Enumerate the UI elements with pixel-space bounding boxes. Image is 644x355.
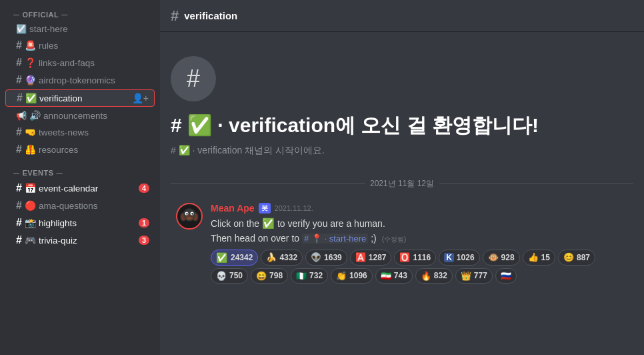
channel-header: # verification: [160, 0, 644, 32]
sidebar-item-rules[interactable]: # 🚨 rules: [5, 37, 155, 53]
reaction-thumbsup[interactable]: 👍 15: [523, 250, 555, 266]
channel-intro-title: # ✅ · verification에 오신 걸 환영합니다!: [171, 112, 633, 139]
svg-point-12: [187, 217, 192, 220]
sidebar-item-announcements[interactable]: 📢 🔊 announcements: [5, 108, 155, 123]
reaction-clap[interactable]: 👏 1096: [331, 268, 373, 284]
channel-intro-icon: #: [171, 56, 216, 101]
sidebar-item-tweets-news[interactable]: # 🤜 tweets-news: [5, 124, 155, 140]
sidebar-item-event-calendar[interactable]: # 📅 event-calendar 4: [5, 180, 155, 196]
sidebar-item-ama-questions[interactable]: # 🔴 ama-questions: [5, 198, 155, 214]
hash-icon: #: [16, 57, 22, 69]
message-timestamp: 2021.11.12.: [275, 204, 313, 212]
avatar: [176, 203, 203, 230]
reaction-fire[interactable]: 🔥 832: [415, 268, 453, 284]
message-content: Mean Ape 봇 2021.11.12. Click on the ✅ to…: [211, 203, 628, 284]
section-events: EVENTS: [0, 158, 160, 180]
reaction-letter-o[interactable]: 🅾️ 1116: [394, 250, 436, 266]
reaction-flag-ng[interactable]: 🇳🇬 732: [291, 268, 328, 284]
reaction-letter-a[interactable]: 🅰️ 1287: [350, 250, 392, 266]
hash-icon: #: [16, 217, 22, 229]
channel-intro: # # ✅ · verification에 오신 걸 환영합니다! # ✅ · …: [171, 43, 633, 167]
add-member-icon[interactable]: 👤+: [132, 93, 149, 103]
reaction-smile[interactable]: 😊 887: [558, 250, 595, 266]
reaction-letter-k[interactable]: K 1026: [439, 250, 479, 266]
check-icon: ☑️: [16, 24, 27, 34]
sidebar-item-trivia-quiz[interactable]: # 🎮 trivia-quiz 3: [5, 232, 155, 248]
hash-icon: #: [16, 182, 22, 194]
hash-icon: #: [16, 234, 22, 246]
sidebar: OFFICIAL ☑️ start-here # 🚨 rules # ❓ lin…: [0, 0, 160, 355]
unread-badge: 4: [139, 184, 149, 193]
reaction-flag-ir[interactable]: 🇮🇷 743: [375, 268, 413, 284]
sidebar-item-airdrop-tokenomics[interactable]: # 🔮 airdrop-tokenomics: [5, 72, 155, 88]
sidebar-item-links-and-faqs[interactable]: # ❓ links-and-faqs: [5, 55, 155, 71]
message-header: Mean Ape 봇 2021.11.12.: [211, 203, 628, 214]
svg-point-10: [186, 213, 187, 214]
reactions-container: ✅ 24342 🍌 4332 👽 1639 🅰️ 1287: [211, 250, 628, 284]
message-text: Click on the ✅ to verify you are a human…: [211, 216, 628, 246]
channel-header-hash-icon: #: [171, 7, 179, 25]
date-divider-text: 2021년 11월 12일: [370, 178, 434, 190]
reaction-laugh[interactable]: 😄 798: [251, 268, 288, 284]
unread-badge: 1: [139, 218, 149, 228]
main-content: # verification # # ✅ · verification에 오신 …: [160, 0, 644, 355]
channel-intro-desc: # ✅ · verification 채널의 시작이에요.: [171, 145, 633, 157]
channel-header-name: verification: [184, 10, 237, 21]
username: Mean Ape: [211, 203, 255, 214]
hash-icon: #: [17, 92, 23, 104]
messages-area[interactable]: # # ✅ · verification에 오신 걸 환영합니다! # ✅ · …: [160, 32, 644, 355]
date-divider: 2021년 11월 12일: [171, 178, 633, 190]
reaction-banana[interactable]: 🍌 4332: [261, 250, 303, 266]
reaction-monkey[interactable]: 🐵 928: [483, 250, 520, 266]
reaction-skull[interactable]: 💀 750: [211, 268, 248, 284]
hash-icon: #: [16, 143, 22, 155]
svg-point-11: [191, 213, 193, 214]
hash-icon: #: [16, 200, 22, 212]
unread-badge: 3: [139, 236, 149, 245]
sidebar-item-verification[interactable]: # ✅ verification 👤+: [5, 89, 155, 107]
sidebar-item-resources[interactable]: # 🦺 resources: [5, 141, 155, 157]
reaction-alien[interactable]: 👽 1639: [305, 250, 347, 266]
hash-icon: #: [16, 126, 22, 138]
section-official: OFFICIAL: [0, 0, 160, 21]
hash-icon: #: [16, 74, 22, 86]
message-row: Mean Ape 봇 2021.11.12. Click on the ✅ to…: [171, 200, 633, 286]
reaction-verify[interactable]: ✅ 24342: [211, 250, 258, 266]
megaphone-icon: 📢: [16, 111, 27, 121]
sidebar-item-start-here[interactable]: ☑️ start-here: [5, 22, 155, 36]
hash-icon: #: [16, 39, 22, 51]
reaction-flag-ru[interactable]: 🇷🇺: [495, 268, 517, 284]
bot-badge: 봇: [259, 203, 271, 214]
sidebar-item-highlights[interactable]: # 📸 highlights 1: [5, 215, 155, 231]
reaction-crown[interactable]: 👑 777: [455, 268, 493, 284]
